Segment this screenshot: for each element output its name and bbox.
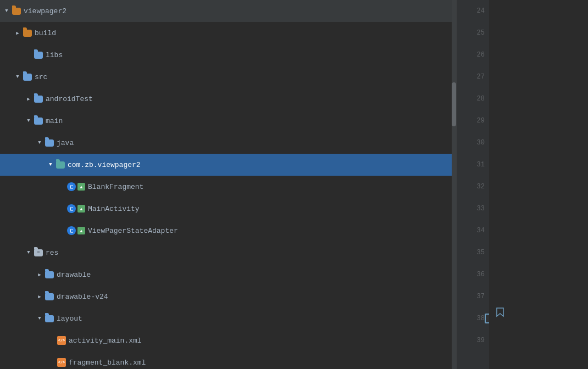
label-activity-main-xml: activity_main.xml bbox=[69, 337, 142, 345]
line-33: 33 bbox=[477, 198, 485, 220]
line-25: 25 bbox=[477, 22, 485, 44]
right-gutter bbox=[489, 0, 588, 369]
tree-item-viewpagerstateadapter[interactable]: C ▲ ViewPagerStateAdapter bbox=[0, 220, 456, 242]
arrow-main[interactable] bbox=[24, 116, 33, 125]
arrow-libs bbox=[24, 51, 33, 59]
arrow-build[interactable] bbox=[13, 29, 22, 37]
label-src: src bbox=[35, 73, 47, 81]
folder-icon-java bbox=[45, 139, 54, 147]
class-icon-blankfragment: C bbox=[67, 182, 76, 191]
tree-item-java[interactable]: java bbox=[0, 132, 456, 154]
tree-item-res[interactable]: res bbox=[0, 242, 456, 264]
tree-item-main[interactable]: main bbox=[0, 110, 456, 132]
folder-icon-drawable bbox=[45, 271, 54, 278]
label-libs: libs bbox=[46, 51, 63, 59]
arrow-drawable[interactable] bbox=[35, 270, 44, 279]
folder-icon-com-zb-viewpager2 bbox=[56, 161, 65, 169]
line-38: 38 bbox=[477, 308, 485, 329]
label-viewpagerstateadapter: ViewPagerStateAdapter bbox=[88, 227, 178, 235]
scrollbar-track[interactable] bbox=[452, 0, 456, 369]
label-viewpager2: viewpager2 bbox=[24, 7, 66, 15]
arrow-layout[interactable] bbox=[35, 314, 44, 323]
line-36: 36 bbox=[477, 264, 485, 286]
tree-item-androidtest[interactable]: androidTest bbox=[0, 88, 456, 110]
arrow-drawable-v24[interactable] bbox=[35, 292, 44, 301]
label-com-zb-viewpager2: com.zb.viewpager2 bbox=[68, 161, 141, 169]
label-java: java bbox=[57, 139, 74, 147]
label-res: res bbox=[46, 249, 58, 257]
folder-icon-libs bbox=[34, 52, 43, 59]
line-30: 30 bbox=[477, 132, 485, 154]
tree-item-drawable-v24[interactable]: drawable-v24 bbox=[0, 286, 456, 308]
line-27: 27 bbox=[477, 66, 485, 88]
tree-item-activity-main-xml[interactable]: </> activity_main.xml bbox=[0, 329, 456, 351]
tree-item-com-zb-viewpager2[interactable]: com.zb.viewpager2 bbox=[0, 154, 456, 176]
label-drawable: drawable bbox=[57, 271, 91, 279]
xml-icon-activity-main: </> bbox=[57, 336, 66, 345]
line-31: 31 bbox=[477, 154, 485, 176]
class-icon-mainactivity: C bbox=[67, 204, 76, 213]
line-37: 37 bbox=[477, 286, 485, 308]
label-blankfragment: BlankFragment bbox=[88, 183, 143, 191]
line-26: 26 bbox=[477, 44, 485, 66]
folder-icon-build bbox=[23, 30, 32, 37]
label-androidtest: androidTest bbox=[46, 95, 93, 103]
line-34: 34 bbox=[477, 220, 485, 242]
file-tree-panel[interactable]: viewpager2 build libs src androidTest ma… bbox=[0, 0, 456, 369]
label-build: build bbox=[35, 29, 56, 37]
arrow-viewpagerstateadapter bbox=[57, 226, 66, 235]
label-drawable-v24: drawable-v24 bbox=[57, 293, 108, 301]
folder-icon-viewpager2 bbox=[12, 8, 21, 15]
folder-icon-drawable-v24 bbox=[45, 293, 54, 300]
arrow-androidtest[interactable] bbox=[24, 94, 33, 103]
folder-icon-src bbox=[23, 74, 32, 81]
bookmark-icon bbox=[495, 306, 506, 317]
tree-item-fragment-blank-xml[interactable]: </> fragment_blank.xml bbox=[0, 351, 456, 369]
folder-icon-androidtest bbox=[34, 96, 43, 103]
label-main: main bbox=[46, 117, 63, 125]
line-29: 29 bbox=[477, 110, 485, 132]
label-layout: layout bbox=[57, 315, 82, 323]
arrow-src[interactable] bbox=[13, 72, 22, 81]
class-icon-viewpagerstateadapter: C bbox=[67, 226, 76, 235]
tree-item-drawable[interactable]: drawable bbox=[0, 264, 456, 286]
line-24: 24 bbox=[477, 0, 485, 22]
tree-item-viewpager2[interactable]: viewpager2 bbox=[0, 0, 456, 22]
label-fragment-blank-xml: fragment_blank.xml bbox=[69, 359, 146, 367]
line-numbers-panel: 24 25 26 27 28 29 30 31 32 33 34 35 36 3… bbox=[456, 0, 489, 369]
override-icon-viewpagerstateadapter: ▲ bbox=[77, 227, 85, 234]
scrollbar-thumb[interactable] bbox=[452, 82, 456, 126]
line-35: 35 bbox=[477, 242, 485, 264]
tree-item-layout[interactable]: layout bbox=[0, 308, 456, 329]
xml-icon-fragment-blank: </> bbox=[57, 358, 66, 367]
line-39: 39 bbox=[477, 329, 485, 351]
arrow-mainactivity bbox=[57, 204, 66, 213]
line-32: 32 bbox=[477, 176, 485, 198]
arrow-viewpager2[interactable] bbox=[2, 7, 11, 15]
arrow-java[interactable] bbox=[35, 138, 44, 147]
override-icon-blankfragment: ▲ bbox=[77, 183, 85, 191]
label-mainactivity: MainActivity bbox=[88, 205, 140, 213]
folder-icon-main bbox=[34, 118, 43, 125]
tree-item-mainactivity[interactable]: C ▲ MainActivity bbox=[0, 198, 456, 220]
arrow-res[interactable] bbox=[24, 248, 33, 257]
arrow-fragment-blank bbox=[47, 358, 56, 367]
tree-item-build[interactable]: build bbox=[0, 22, 456, 44]
arrow-activity-main bbox=[47, 336, 56, 345]
tree-item-src[interactable]: src bbox=[0, 66, 456, 88]
override-icon-mainactivity: ▲ bbox=[77, 205, 85, 213]
folder-icon-layout bbox=[45, 315, 54, 322]
tree-item-libs[interactable]: libs bbox=[0, 44, 456, 66]
tree-item-blankfragment[interactable]: C ▲ BlankFragment bbox=[0, 176, 456, 198]
arrow-com-zb-viewpager2[interactable] bbox=[46, 160, 55, 169]
line-28: 28 bbox=[477, 88, 485, 110]
folder-icon-res bbox=[34, 249, 43, 256]
arrow-blankfragment bbox=[57, 182, 66, 191]
